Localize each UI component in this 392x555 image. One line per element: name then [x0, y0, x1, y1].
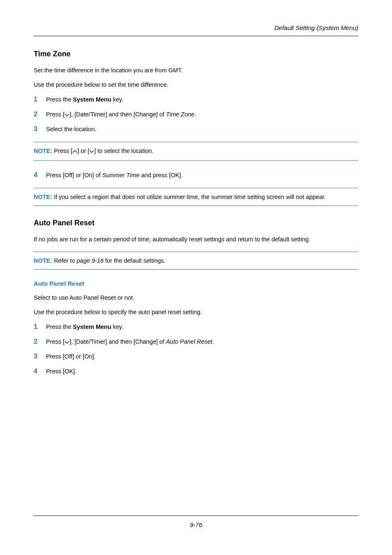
note-text: If you select a region that does not uti…: [52, 194, 326, 200]
note-text: ] to select the location.: [94, 148, 153, 154]
step-text: Press [OK].: [46, 367, 76, 376]
step-text: .: [194, 111, 196, 118]
note-bottom-rule: [34, 269, 358, 270]
step-item: Press [], [Date/Timer] and then [Change]…: [34, 109, 358, 120]
footer-rule: [34, 516, 358, 516]
note-box: NOTE: Press [] or [] to select the locat…: [34, 142, 358, 161]
page-footer: 9-76: [0, 516, 392, 530]
step-item: Press the System Menu key.: [34, 94, 358, 105]
note-text: ] or [: [77, 148, 89, 154]
step-item: Select the location.: [34, 124, 358, 134]
paragraph: Use the procedure below to set the time …: [34, 80, 358, 89]
step-item: Press [Off] or [On].: [34, 351, 358, 362]
chevron-up-icon: [72, 147, 77, 156]
chevron-down-icon: [65, 338, 69, 347]
note-label: NOTE:: [34, 194, 52, 200]
note-bottom-rule: [34, 206, 358, 206]
section-title-auto-panel-reset: Auto Panel Reset: [34, 217, 358, 229]
ordered-steps: Press [Off] or [On] of Summer Time and p…: [34, 170, 358, 180]
note-text: for the default settings.: [104, 257, 166, 264]
note-italic: page 9-16: [77, 257, 104, 264]
step-text: .: [212, 338, 214, 345]
step-text: key.: [111, 324, 124, 330]
paragraph: Use the procedure below to specify the a…: [34, 308, 358, 317]
step-item: Press [], [Date/Timer] and then [Change]…: [34, 336, 358, 347]
header-rule: [34, 36, 358, 36]
running-header: Default Setting (System Menu): [34, 23, 358, 32]
step-text: and press [OK].: [140, 172, 183, 178]
note-label: NOTE:: [34, 148, 52, 154]
note-box: NOTE: Refer to page 9-16 for the default…: [34, 252, 358, 270]
section-title-time-zone: Time Zone: [34, 49, 358, 60]
chevron-down-icon: [65, 111, 69, 120]
ordered-steps: Press the System Menu key. Press [], [Da…: [34, 94, 358, 134]
step-bold: System Menu: [73, 324, 111, 330]
paragraph: Select to use Auto Panel Reset or not.: [34, 293, 358, 302]
step-item: Press [OK].: [34, 366, 358, 377]
step-text: ], [Date/Timer] and then [Change] of: [69, 338, 166, 345]
note-label: NOTE:: [34, 257, 52, 264]
step-item: Press [Off] or [On] of Summer Time and p…: [34, 170, 358, 180]
step-italic: Summer Time: [102, 172, 140, 178]
step-italic: Time Zone: [166, 111, 194, 118]
step-item: Press the System Menu key.: [34, 321, 358, 332]
step-text: Press [: [46, 111, 65, 118]
step-text: Press the: [46, 324, 73, 330]
paragraph: Set the time difference in the location …: [34, 66, 358, 75]
step-text: ], [Date/Timer] and then [Change] of: [69, 111, 166, 118]
chevron-down-icon: [89, 147, 94, 156]
page-number: 9-76: [0, 520, 392, 530]
step-text: Press the: [46, 96, 73, 103]
step-text: Press [Off] or [On].: [46, 352, 96, 361]
step-text: Press [Off] or [On] of: [46, 172, 102, 178]
note-text: Refer to: [52, 257, 77, 264]
note-text: Press [: [52, 148, 72, 154]
note-box: NOTE: If you select a region that does n…: [34, 188, 358, 206]
note-bottom-rule: [34, 160, 358, 161]
step-italic: Auto Panel Reset: [166, 338, 212, 345]
paragraph: If no jobs are run for a certain period …: [34, 235, 358, 244]
step-text: key.: [111, 96, 124, 103]
step-text: Press [: [46, 338, 65, 345]
step-text: Select the location.: [46, 125, 97, 134]
step-bold: System Menu: [73, 96, 111, 103]
ordered-steps: Press the System Menu key. Press [], [Da…: [34, 321, 358, 376]
subsection-title: Auto Panel Reset: [34, 279, 358, 288]
